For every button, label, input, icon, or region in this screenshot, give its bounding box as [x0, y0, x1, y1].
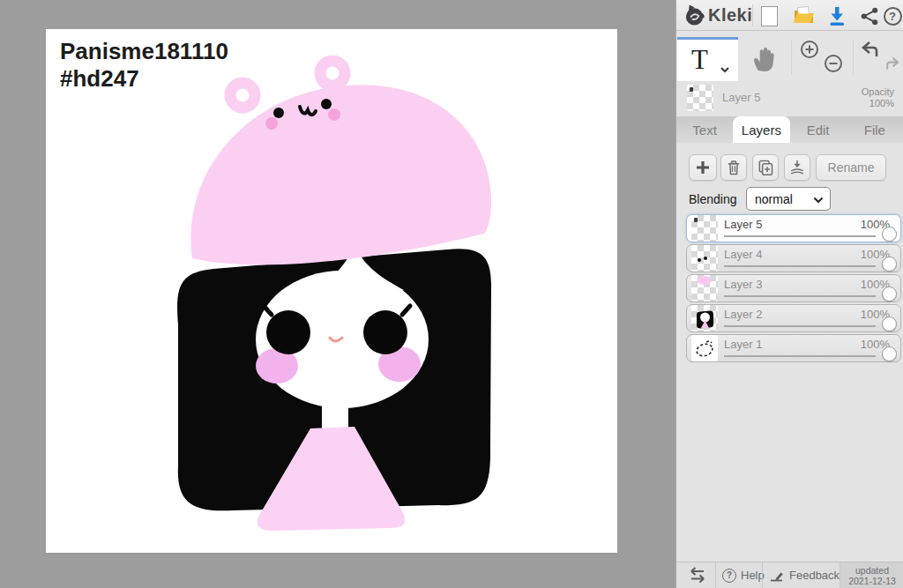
redo-button[interactable]	[883, 55, 902, 74]
slider-handle[interactable]	[882, 316, 897, 331]
slider-handle[interactable]	[882, 227, 897, 242]
thumb-hat-blob	[697, 276, 712, 285]
girl-drawing	[46, 29, 617, 553]
sidebar: Kleki	[675, 0, 903, 588]
new-image-icon	[761, 6, 778, 26]
toolbar-separator	[853, 40, 854, 75]
thumb-dot	[698, 258, 701, 262]
layer-2-thumbnail	[691, 305, 718, 331]
blending-value: normal	[755, 192, 793, 206]
undo-icon	[859, 41, 880, 60]
help-button[interactable]: ?	[881, 4, 903, 27]
layer-opacity-slider[interactable]	[724, 235, 876, 237]
current-layer-name: Layer 5	[722, 91, 760, 104]
bear-cheek-right	[328, 108, 340, 121]
layer-4-thumbnail	[691, 245, 718, 272]
zoom-in-icon	[800, 40, 819, 59]
zoom-out-button[interactable]	[823, 53, 844, 74]
hand-icon	[749, 43, 779, 73]
trash-icon	[725, 159, 743, 176]
slider-handle[interactable]	[882, 346, 897, 361]
layer-item-5[interactable]: Layer 5 100%	[686, 214, 901, 242]
paint-canvas[interactable]: Panisme181110 #hd247	[46, 29, 617, 553]
delete-layer-button[interactable]	[720, 154, 747, 181]
footer-separator	[762, 562, 763, 588]
add-layer-button[interactable]	[689, 154, 717, 181]
current-layer-thumbnail[interactable]	[687, 85, 713, 111]
header-separator	[752, 4, 753, 26]
sidebar-footer: ? Help Feedback updated 2021-12-13	[676, 562, 903, 588]
tab-file[interactable]: File	[847, 116, 903, 143]
thumbnail-text-mark	[694, 218, 698, 222]
swap-arrows-icon	[687, 567, 708, 584]
merge-icon	[788, 159, 806, 176]
app-header: Kleki	[676, 0, 903, 31]
plus-icon	[695, 160, 711, 175]
eye-right	[363, 310, 407, 354]
slider-handle[interactable]	[882, 257, 897, 272]
swap-button[interactable]	[687, 562, 708, 588]
open-file-button[interactable]	[792, 4, 815, 27]
layer-name: Layer 4	[724, 248, 762, 261]
kleki-logo-icon	[683, 4, 705, 27]
duplicate-icon	[757, 159, 774, 176]
new-image-button[interactable]	[757, 4, 780, 27]
app-logo[interactable]: Kleki	[683, 4, 752, 27]
zoom-in-button[interactable]	[799, 39, 820, 60]
current-layer-preview: Layer 5 Opacity 100%	[676, 81, 903, 116]
canvas-signature-text: Panisme181110 #hd247	[60, 38, 228, 93]
layer-1-thumbnail	[691, 335, 718, 361]
bear-ear-right	[320, 61, 345, 86]
current-layer-opacity: Opacity 100%	[862, 86, 894, 109]
download-icon	[826, 5, 847, 27]
opacity-value: 100%	[862, 98, 894, 109]
layer-3-thumbnail	[691, 275, 718, 301]
text-tool-button[interactable]: T	[677, 37, 738, 81]
rename-layer-button[interactable]: Rename	[816, 154, 886, 181]
updated-date: 2021-12-13	[840, 576, 903, 586]
thumb-girl	[691, 305, 718, 331]
thumbnail-text-mark	[690, 87, 693, 92]
updated-info: updated 2021-12-13	[840, 562, 903, 588]
app-title: Kleki	[708, 5, 752, 26]
hand-tool-button[interactable]	[747, 41, 780, 75]
bear-eye-left	[273, 108, 284, 118]
slider-handle[interactable]	[882, 287, 897, 301]
layers-panel: Rename Blending normal Layer 5 100%	[676, 143, 903, 562]
layer-item-1[interactable]: Layer 1 100%	[686, 334, 901, 362]
layer-item-4[interactable]: Layer 4 100%	[686, 244, 901, 272]
tab-edit[interactable]: Edit	[790, 116, 847, 143]
layer-opacity-slider[interactable]	[724, 265, 876, 267]
layer-opacity-slider[interactable]	[724, 325, 876, 327]
feedback-button[interactable]: Feedback	[769, 562, 840, 588]
layer-list: Layer 5 100% Layer 4 100% Layer 3	[686, 214, 901, 364]
layer-name: Layer 5	[724, 218, 762, 231]
blending-label: Blending	[689, 192, 737, 206]
layer-item-2[interactable]: Layer 2 100%	[686, 304, 901, 332]
layer-opacity-slider[interactable]	[724, 355, 876, 357]
layer-opacity-slider[interactable]	[724, 295, 876, 297]
redo-icon	[884, 56, 901, 72]
bear-ear-left	[230, 83, 255, 108]
folder-icon	[792, 5, 815, 26]
bear-cheek-left	[265, 117, 278, 130]
zoom-out-icon	[824, 54, 843, 73]
help-label: Help	[741, 569, 765, 582]
help-footer-button[interactable]: ? Help	[722, 562, 765, 588]
thumb-sketch	[691, 335, 718, 361]
undo-button[interactable]	[858, 39, 881, 62]
tab-text[interactable]: Text	[676, 116, 733, 143]
chevron-down-icon	[720, 66, 730, 73]
signature-line-1: Panisme181110	[60, 38, 228, 65]
blending-select[interactable]: normal	[746, 187, 831, 211]
signature-line-2: #hd247	[60, 65, 228, 93]
share-button[interactable]	[857, 4, 880, 27]
thumb-dot	[704, 257, 707, 260]
merge-layer-button[interactable]	[784, 154, 810, 181]
duplicate-layer-button[interactable]	[752, 154, 779, 181]
eye-left	[266, 310, 310, 354]
tab-layers[interactable]: Layers	[733, 116, 789, 143]
feedback-label: Feedback	[789, 569, 840, 582]
layer-item-3[interactable]: Layer 3 100%	[686, 274, 901, 302]
save-download-button[interactable]	[825, 4, 848, 27]
